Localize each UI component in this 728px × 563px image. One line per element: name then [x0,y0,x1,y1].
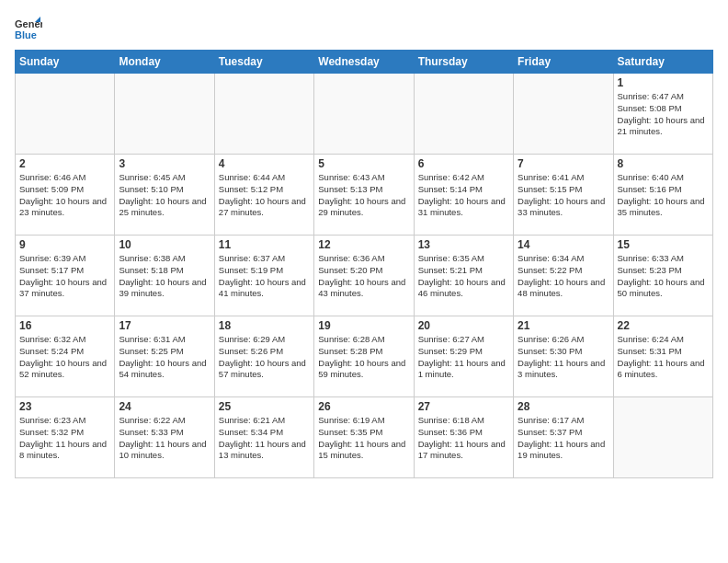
calendar-cell: 20Sunrise: 6:27 AM Sunset: 5:29 PM Dayli… [414,316,513,397]
calendar-cell: 14Sunrise: 6:34 AM Sunset: 5:22 PM Dayli… [514,236,613,316]
calendar-cell: 2Sunrise: 6:46 AM Sunset: 5:09 PM Daylig… [16,155,115,236]
calendar-cell: 10Sunrise: 6:38 AM Sunset: 5:18 PM Dayli… [115,236,214,316]
week-row-1: 1Sunrise: 6:47 AM Sunset: 5:08 PM Daylig… [16,74,713,155]
calendar-cell: 17Sunrise: 6:31 AM Sunset: 5:25 PM Dayli… [115,316,214,397]
day-info: Sunrise: 6:38 AM Sunset: 5:18 PM Dayligh… [119,253,210,300]
calendar-cell: 12Sunrise: 6:36 AM Sunset: 5:20 PM Dayli… [314,236,414,316]
day-info: Sunrise: 6:23 AM Sunset: 5:32 PM Dayligh… [19,415,110,462]
day-number: 6 [418,157,509,170]
calendar-cell [514,74,613,155]
day-number: 17 [119,319,210,332]
day-number: 2 [19,157,110,170]
day-info: Sunrise: 6:27 AM Sunset: 5:29 PM Dayligh… [418,334,509,381]
calendar-cell: 18Sunrise: 6:29 AM Sunset: 5:26 PM Dayli… [214,316,313,397]
day-info: Sunrise: 6:36 AM Sunset: 5:20 PM Dayligh… [318,253,409,300]
calendar-cell: 15Sunrise: 6:33 AM Sunset: 5:23 PM Dayli… [613,236,712,316]
day-number: 10 [119,238,210,251]
calendar-cell: 1Sunrise: 6:47 AM Sunset: 5:08 PM Daylig… [613,74,712,155]
weekday-header-wednesday: Wednesday [314,51,414,74]
day-number: 15 [618,238,709,251]
weekday-header-saturday: Saturday [613,51,712,74]
day-info: Sunrise: 6:37 AM Sunset: 5:19 PM Dayligh… [219,253,310,300]
day-info: Sunrise: 6:19 AM Sunset: 5:35 PM Dayligh… [318,415,409,462]
calendar-cell: 4Sunrise: 6:44 AM Sunset: 5:12 PM Daylig… [214,155,313,236]
day-info: Sunrise: 6:18 AM Sunset: 5:36 PM Dayligh… [418,415,509,462]
day-number: 9 [19,238,110,251]
calendar-cell: 26Sunrise: 6:19 AM Sunset: 5:35 PM Dayli… [314,397,414,478]
calendar-cell: 24Sunrise: 6:22 AM Sunset: 5:33 PM Dayli… [115,397,214,478]
day-info: Sunrise: 6:31 AM Sunset: 5:25 PM Dayligh… [119,334,210,381]
calendar-cell: 9Sunrise: 6:39 AM Sunset: 5:17 PM Daylig… [16,236,115,316]
day-number: 20 [418,319,509,332]
day-number: 26 [318,400,409,413]
calendar-cell: 5Sunrise: 6:43 AM Sunset: 5:13 PM Daylig… [314,155,414,236]
calendar-cell [16,74,115,155]
calendar-cell: 6Sunrise: 6:42 AM Sunset: 5:14 PM Daylig… [414,155,513,236]
day-number: 27 [418,400,509,413]
day-number: 5 [318,157,409,170]
day-number: 14 [518,238,609,251]
calendar-cell: 22Sunrise: 6:24 AM Sunset: 5:31 PM Dayli… [613,316,712,397]
day-info: Sunrise: 6:43 AM Sunset: 5:13 PM Dayligh… [318,172,409,219]
calendar-cell: 19Sunrise: 6:28 AM Sunset: 5:28 PM Dayli… [314,316,414,397]
day-number: 13 [418,238,509,251]
weekday-header-thursday: Thursday [414,51,513,74]
day-info: Sunrise: 6:21 AM Sunset: 5:34 PM Dayligh… [219,415,310,462]
weekday-header-tuesday: Tuesday [214,51,313,74]
day-number: 21 [518,319,609,332]
calendar-cell: 25Sunrise: 6:21 AM Sunset: 5:34 PM Dayli… [214,397,313,478]
calendar-cell: 27Sunrise: 6:18 AM Sunset: 5:36 PM Dayli… [414,397,513,478]
calendar-cell: 13Sunrise: 6:35 AM Sunset: 5:21 PM Dayli… [414,236,513,316]
week-row-2: 2Sunrise: 6:46 AM Sunset: 5:09 PM Daylig… [16,155,713,236]
day-info: Sunrise: 6:17 AM Sunset: 5:37 PM Dayligh… [518,415,609,462]
page-header: General Blue [15,15,713,42]
day-info: Sunrise: 6:42 AM Sunset: 5:14 PM Dayligh… [418,172,509,219]
day-number: 7 [518,157,609,170]
day-info: Sunrise: 6:35 AM Sunset: 5:21 PM Dayligh… [418,253,509,300]
day-info: Sunrise: 6:28 AM Sunset: 5:28 PM Dayligh… [318,334,409,381]
day-number: 11 [219,238,310,251]
day-info: Sunrise: 6:22 AM Sunset: 5:33 PM Dayligh… [119,415,210,462]
weekday-header-friday: Friday [514,51,613,74]
day-info: Sunrise: 6:33 AM Sunset: 5:23 PM Dayligh… [618,253,709,300]
day-info: Sunrise: 6:44 AM Sunset: 5:12 PM Dayligh… [219,172,310,219]
day-number: 22 [618,319,709,332]
day-info: Sunrise: 6:47 AM Sunset: 5:08 PM Dayligh… [618,91,709,138]
calendar-cell [414,74,513,155]
day-info: Sunrise: 6:32 AM Sunset: 5:24 PM Dayligh… [19,334,110,381]
day-number: 25 [219,400,310,413]
day-info: Sunrise: 6:26 AM Sunset: 5:30 PM Dayligh… [518,334,609,381]
calendar-cell: 3Sunrise: 6:45 AM Sunset: 5:10 PM Daylig… [115,155,214,236]
day-number: 28 [518,400,609,413]
calendar-cell [314,74,414,155]
calendar-cell: 21Sunrise: 6:26 AM Sunset: 5:30 PM Dayli… [514,316,613,397]
calendar-cell: 23Sunrise: 6:23 AM Sunset: 5:32 PM Dayli… [16,397,115,478]
day-info: Sunrise: 6:39 AM Sunset: 5:17 PM Dayligh… [19,253,110,300]
calendar-cell: 28Sunrise: 6:17 AM Sunset: 5:37 PM Dayli… [514,397,613,478]
logo-icon: General Blue [15,15,42,42]
day-number: 24 [119,400,210,413]
day-info: Sunrise: 6:40 AM Sunset: 5:16 PM Dayligh… [618,172,709,219]
day-info: Sunrise: 6:45 AM Sunset: 5:10 PM Dayligh… [119,172,210,219]
day-info: Sunrise: 6:29 AM Sunset: 5:26 PM Dayligh… [219,334,310,381]
day-number: 16 [19,319,110,332]
calendar-cell: 8Sunrise: 6:40 AM Sunset: 5:16 PM Daylig… [613,155,712,236]
day-number: 1 [618,76,709,89]
weekday-header-monday: Monday [115,51,214,74]
day-number: 3 [119,157,210,170]
week-row-3: 9Sunrise: 6:39 AM Sunset: 5:17 PM Daylig… [16,236,713,316]
calendar-cell [214,74,313,155]
calendar-table: SundayMondayTuesdayWednesdayThursdayFrid… [15,50,713,478]
calendar-cell: 7Sunrise: 6:41 AM Sunset: 5:15 PM Daylig… [514,155,613,236]
day-info: Sunrise: 6:46 AM Sunset: 5:09 PM Dayligh… [19,172,110,219]
calendar-cell: 16Sunrise: 6:32 AM Sunset: 5:24 PM Dayli… [16,316,115,397]
calendar-cell [115,74,214,155]
calendar-cell [613,397,712,478]
day-info: Sunrise: 6:41 AM Sunset: 5:15 PM Dayligh… [518,172,609,219]
week-row-5: 23Sunrise: 6:23 AM Sunset: 5:32 PM Dayli… [16,397,713,478]
day-number: 18 [219,319,310,332]
day-info: Sunrise: 6:34 AM Sunset: 5:22 PM Dayligh… [518,253,609,300]
svg-text:Blue: Blue [15,29,37,40]
day-info: Sunrise: 6:24 AM Sunset: 5:31 PM Dayligh… [618,334,709,381]
day-number: 19 [318,319,409,332]
